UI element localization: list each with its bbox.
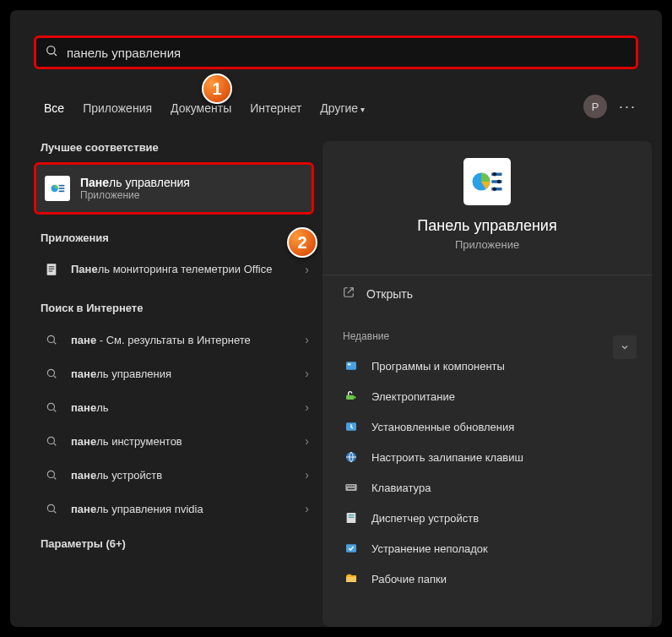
svg-rect-36 (347, 485, 348, 486)
recent-item[interactable]: Программы и компоненты (331, 351, 643, 381)
preview-app-icon (463, 158, 511, 205)
recent-item-icon (343, 359, 360, 373)
header-right: P ··· (583, 95, 637, 118)
svg-line-13 (54, 376, 57, 378)
search-icon (42, 368, 61, 379)
web-result-item[interactable]: пане - См. результаты в Интернете› (34, 323, 314, 357)
section-best-match: Лучшее соответствие (41, 141, 307, 154)
tab-documents[interactable]: Документы (171, 101, 231, 115)
section-web: Поиск в Интернете (41, 302, 307, 314)
best-match-subtitle: Приложение (80, 189, 190, 201)
chevron-right-icon: › (305, 263, 309, 276)
recent-item-icon (343, 542, 360, 555)
open-icon (343, 286, 355, 301)
recent-item-icon (343, 511, 360, 525)
app-result-item[interactable]: Панель мониторинга телеметрии Office › (34, 253, 314, 286)
svg-rect-32 (354, 396, 355, 399)
chevron-right-icon: › (305, 400, 309, 414)
web-result-text: панель устройств (71, 469, 162, 482)
search-input[interactable] (67, 46, 627, 60)
more-options-button[interactable]: ··· (619, 98, 637, 116)
chevron-right-icon: › (305, 333, 309, 346)
chevron-right-icon: › (305, 502, 309, 515)
web-result-text: панель (71, 401, 109, 414)
recent-item-icon (343, 572, 360, 585)
svg-point-10 (47, 335, 54, 342)
recent-item[interactable]: Электропитание (331, 381, 643, 411)
search-icon (42, 401, 61, 413)
recent-item-label: Электропитание (371, 390, 455, 403)
section-apps: Приложения (41, 231, 307, 244)
search-icon (42, 503, 61, 514)
svg-line-21 (54, 511, 57, 514)
recent-item[interactable]: Установленные обновления (331, 411, 643, 442)
svg-rect-4 (59, 188, 65, 189)
recent-item-label: Настроить залипание клавиш (371, 451, 523, 464)
results-list: Лучшее соответствие Панель управления Пр… (34, 141, 314, 558)
recent-label: Недавние (343, 330, 652, 342)
open-action[interactable]: Открыть (322, 275, 652, 312)
open-label: Открыть (366, 287, 413, 301)
chevron-right-icon: › (305, 468, 309, 482)
best-match-title: Панель управления (80, 176, 190, 189)
recent-item[interactable]: Настроить залипание клавиш (331, 442, 643, 472)
recent-item-icon (343, 450, 360, 464)
preview-title: Панель управления (322, 217, 652, 235)
recent-item-icon (343, 420, 360, 433)
svg-rect-43 (349, 514, 355, 515)
tab-more[interactable]: Другие▾ (320, 101, 365, 115)
svg-rect-9 (49, 270, 53, 271)
svg-line-1 (54, 53, 57, 56)
tab-all[interactable]: Все (44, 101, 64, 115)
recent-item-label: Клавиатура (371, 482, 431, 494)
web-result-text: пане - См. результаты в Интернете (71, 334, 251, 346)
svg-line-11 (54, 342, 57, 345)
svg-point-28 (492, 187, 496, 191)
svg-point-16 (47, 437, 54, 444)
recent-item-label: Установленные обновления (371, 421, 514, 433)
svg-rect-46 (346, 577, 356, 582)
annotation-1: 1 (202, 74, 232, 104)
recent-item[interactable]: Рабочие папки (331, 564, 643, 594)
recent-item-label: Рабочие папки (371, 573, 447, 585)
expand-button[interactable] (613, 335, 637, 359)
svg-point-24 (492, 172, 496, 177)
svg-point-0 (47, 46, 55, 54)
document-icon (42, 262, 61, 277)
web-result-item[interactable]: панель› (34, 390, 314, 424)
web-result-item[interactable]: панель управления› (34, 357, 314, 390)
recent-item[interactable]: Устранение неполадок (331, 533, 643, 564)
tab-apps[interactable]: Приложения (83, 101, 152, 115)
recent-item[interactable]: Клавиатура (331, 472, 643, 503)
svg-point-18 (47, 471, 54, 477)
svg-line-17 (54, 444, 57, 446)
web-result-text: панель инструментов (71, 435, 182, 448)
svg-rect-35 (345, 484, 356, 491)
svg-point-14 (47, 403, 54, 410)
best-match-item[interactable]: Панель управления Приложение (34, 162, 314, 215)
chevron-right-icon: › (305, 434, 309, 448)
chevron-down-icon: ▾ (360, 105, 365, 114)
web-result-item[interactable]: панель устройств› (34, 458, 314, 492)
control-panel-icon (45, 176, 70, 201)
svg-rect-30 (348, 363, 350, 365)
svg-rect-31 (346, 395, 354, 400)
chevron-right-icon: › (305, 367, 309, 380)
search-box[interactable] (34, 35, 638, 69)
web-result-item[interactable]: панель инструментов› (34, 424, 314, 458)
svg-point-26 (497, 180, 501, 184)
svg-rect-5 (59, 191, 65, 193)
preview-pane: Панель управления Приложение Открыть Нед… (322, 141, 652, 627)
filter-tabs: Все Приложения Документы Интернет Другие… (44, 101, 365, 115)
svg-rect-8 (49, 269, 55, 270)
svg-point-12 (47, 369, 54, 376)
tab-internet[interactable]: Интернет (250, 101, 301, 115)
web-result-item[interactable]: панель управления nvidia› (34, 492, 314, 525)
user-avatar[interactable]: P (583, 95, 607, 118)
search-icon (42, 435, 61, 447)
svg-rect-3 (59, 185, 65, 187)
recent-item-icon (343, 389, 360, 403)
web-result-text: панель управления nvidia (71, 503, 203, 515)
recent-item[interactable]: Диспетчер устройств (331, 503, 643, 533)
svg-rect-44 (349, 517, 355, 518)
